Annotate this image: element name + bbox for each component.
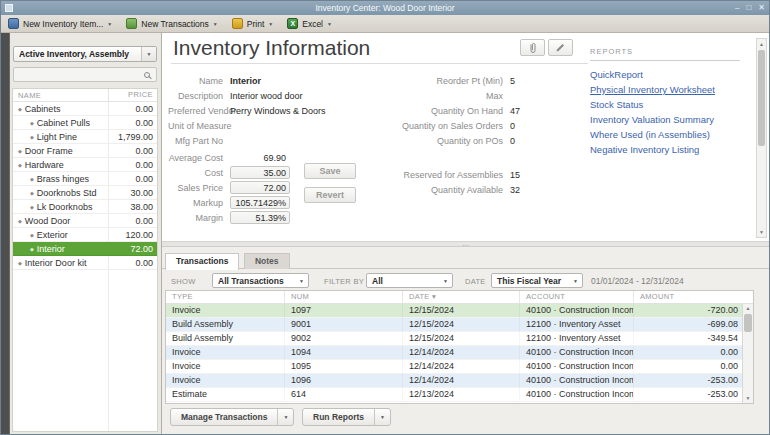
vertical-scrollbar[interactable]: ▲ ▼	[756, 38, 767, 238]
print-label: Print	[247, 19, 264, 29]
field-row: Reorder Pt (Min) 5	[390, 73, 600, 88]
item-price: 0.00	[108, 104, 157, 114]
show-dropdown-value: All Transactions	[213, 276, 299, 286]
report-link[interactable]: QuickReport	[590, 67, 750, 82]
table-row[interactable]: Build Assembly 9002 12/15/2024 12100 · I…	[166, 332, 742, 346]
list-item[interactable]: Interior 72.00	[13, 242, 157, 256]
edit-button[interactable]	[548, 39, 573, 56]
report-link[interactable]: Physical Inventory Worksheet	[590, 82, 750, 97]
scroll-up-icon[interactable]: ▲	[757, 39, 766, 49]
list-item[interactable]: Lk Doorknobs 38.00	[13, 200, 157, 214]
search-input[interactable]	[14, 68, 144, 81]
cell-amount: -253.00	[633, 374, 742, 387]
table-scrollbar[interactable]: ▲ ▼	[742, 304, 753, 403]
chevron-down-icon[interactable]: ▼	[141, 47, 156, 61]
list-item[interactable]: Exterior 120.00	[13, 228, 157, 242]
show-dropdown[interactable]: All Transactions ▼	[212, 273, 309, 288]
chevron-down-icon[interactable]: ▼	[374, 409, 390, 425]
item-name: Cabinet Pulls	[13, 118, 108, 128]
report-link[interactable]: Where Used (in Assemblies)	[590, 127, 750, 142]
window-icon	[5, 4, 13, 12]
attach-button[interactable]	[520, 39, 545, 56]
filter-by-dropdown[interactable]: All ▼	[366, 273, 453, 288]
cell-account: 40100 · Construction Income:40...	[519, 360, 633, 373]
divider	[171, 63, 588, 64]
scrollbar-thumb[interactable]	[758, 50, 765, 146]
cost-input-field[interactable]: 105.71429%	[230, 196, 290, 209]
minimize-button[interactable]: –	[735, 1, 739, 15]
average-cost-value: 69.90	[230, 153, 290, 163]
field-value: 32	[510, 185, 520, 195]
type-column-header[interactable]: TYPE	[166, 291, 284, 303]
field-row: Name Interior	[168, 73, 398, 88]
chevron-down-icon[interactable]: ▼	[107, 21, 112, 27]
scroll-down-icon[interactable]: ▼	[757, 227, 766, 237]
table-row[interactable]: Invoice 1094 12/14/2024 40100 · Construc…	[166, 346, 742, 360]
report-link[interactable]: Inventory Valuation Summary	[590, 112, 750, 127]
new-transactions-button[interactable]: New Transactions ▼	[126, 18, 218, 29]
scrollbar-thumb[interactable]	[744, 314, 752, 332]
date-column-header[interactable]: DATE ▾	[402, 291, 519, 303]
scroll-down-icon[interactable]: ▼	[743, 394, 753, 403]
cost-input-field[interactable]: 72.00	[230, 181, 290, 194]
name-column-header[interactable]: NAME	[13, 91, 108, 100]
print-button[interactable]: Print ▼	[232, 18, 273, 29]
field-row: Reserved for Assemblies 15	[390, 167, 600, 182]
reports-title: REPORTS	[590, 47, 750, 56]
list-item[interactable]: Door Frame 0.00	[13, 144, 157, 158]
chevron-down-icon[interactable]: ▼	[213, 21, 218, 27]
average-cost-row: Average Cost 69.90	[168, 150, 290, 165]
list-item[interactable]: Light Pine 1,799.00	[13, 130, 157, 144]
report-link[interactable]: Negative Inventory Listing	[590, 142, 750, 157]
list-item[interactable]: Wood Door 0.00	[13, 214, 157, 228]
list-item[interactable]: Brass hinges 0.00	[13, 172, 157, 186]
table-row[interactable]: Invoice 1096 12/14/2024 40100 · Construc…	[166, 374, 742, 388]
chevron-down-icon[interactable]: ▼	[327, 21, 332, 27]
revert-button[interactable]: Revert	[304, 187, 356, 203]
inventory-center-window: Inventory Center: Wood Door Interior – □…	[0, 0, 770, 435]
save-button[interactable]: Save	[304, 163, 356, 179]
field-label: Quantity on Sales Orders	[390, 121, 510, 131]
maximize-button[interactable]: □	[746, 1, 751, 15]
tab[interactable]: Transactions	[165, 253, 239, 270]
field-label: Reserved for Assemblies	[390, 170, 510, 180]
field-label: Quantity On Hand	[390, 106, 510, 116]
list-item[interactable]: Doorknobs Std 30.00	[13, 186, 157, 200]
search-icon[interactable]	[144, 72, 150, 78]
manage-transactions-button[interactable]: Manage Transactions ▼	[170, 408, 294, 426]
new-inventory-item-button[interactable]: New Inventory Item... ▼	[8, 18, 112, 29]
cost-input-field[interactable]: 35.00	[230, 166, 290, 179]
cost-input-row: Cost 35.00	[168, 165, 290, 180]
run-reports-button[interactable]: Run Reports ▼	[302, 408, 391, 426]
item-list-header[interactable]: NAME PRICE	[13, 89, 157, 102]
account-column-header[interactable]: ACCOUNT	[519, 291, 633, 303]
list-item[interactable]: Interior Door kit 0.00	[13, 256, 157, 270]
list-item[interactable]: Hardware 0.00	[13, 158, 157, 172]
item-name: Brass hinges	[13, 174, 108, 184]
field-label: Quantity on POs	[390, 136, 510, 146]
report-link[interactable]: Stock Status	[590, 97, 750, 112]
field-value: 0	[510, 136, 515, 146]
date-dropdown[interactable]: This Fiscal Year ▼	[491, 273, 583, 288]
close-button[interactable]: ✕	[758, 1, 765, 15]
cost-input-field[interactable]: 51.39%	[230, 211, 290, 224]
tab[interactable]: Notes	[244, 253, 290, 269]
scroll-up-icon[interactable]: ▲	[743, 304, 753, 313]
chevron-down-icon[interactable]: ▼	[277, 409, 293, 425]
table-row[interactable]: Build Assembly 9001 12/15/2024 12100 · I…	[166, 318, 742, 332]
num-column-header[interactable]: NUM	[284, 291, 402, 303]
quantity-fields: Reorder Pt (Min) 5 Max Quantity On Hand …	[390, 73, 600, 148]
table-row[interactable]: Invoice 1097 12/15/2024 40100 · Construc…	[166, 304, 742, 318]
table-row[interactable]: Estimate 614 12/13/2024 40100 · Construc…	[166, 388, 742, 402]
list-item[interactable]: Cabinets 0.00	[13, 102, 157, 116]
collapsed-nav-strip[interactable]	[1, 33, 10, 434]
table-row[interactable]: Invoice 1095 12/14/2024 40100 · Construc…	[166, 360, 742, 374]
list-item[interactable]: Cabinet Pulls 0.00	[13, 116, 157, 130]
excel-button[interactable]: X Excel ▼	[287, 18, 332, 29]
price-column-header[interactable]: PRICE	[108, 89, 157, 101]
chevron-down-icon[interactable]: ▼	[268, 21, 273, 27]
item-price: 0.00	[108, 258, 157, 268]
amount-column-header[interactable]: AMOUNT	[633, 291, 742, 303]
date-range: 01/01/2024 - 12/31/2024	[591, 276, 684, 286]
inventory-filter-dropdown[interactable]: Active Inventory, Assembly ▼	[13, 46, 157, 62]
